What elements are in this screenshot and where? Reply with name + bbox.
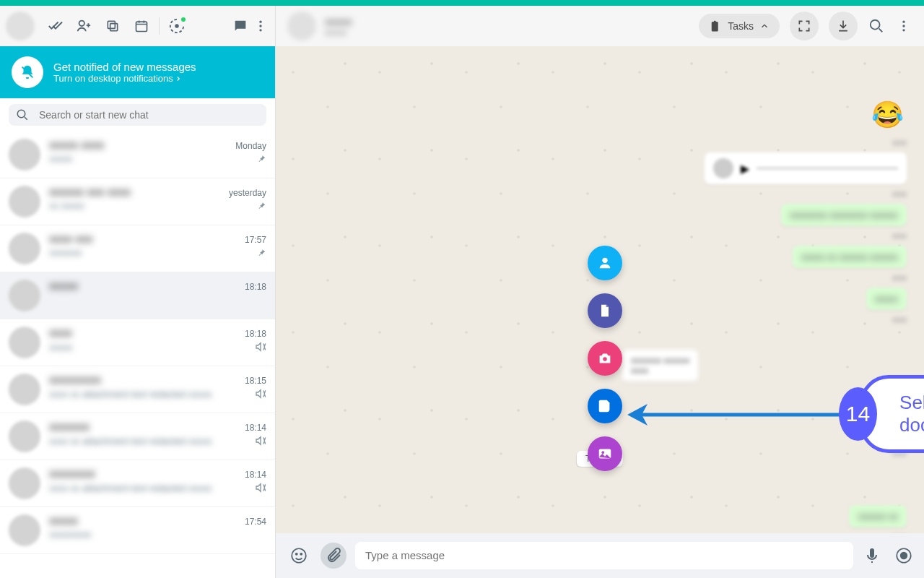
- avatar: [9, 280, 40, 311]
- chat-row[interactable]: xxxxx xxxxMondayxxxxx: [0, 131, 275, 178]
- attach-camera-button[interactable]: [588, 341, 622, 376]
- chat-preview: xxxx xx attachment text redacted xxxxx: [49, 389, 212, 400]
- chat-time: 18:14: [245, 423, 266, 433]
- svg-point-20: [300, 553, 302, 555]
- chat-row[interactable]: xxxxxx xxx xxxxyesterdayxx xxxxx: [0, 178, 275, 225]
- svg-point-14: [603, 357, 607, 361]
- avatar: [9, 233, 40, 264]
- svg-point-10: [902, 21, 905, 23]
- chat-mark-icon: [255, 388, 266, 400]
- chevron-up-icon: [759, 21, 770, 31]
- chat-name: xxxxx: [325, 15, 352, 27]
- avatar[interactable]: [6, 12, 35, 40]
- chat-preview: xx xxxxx: [49, 200, 84, 211]
- svg-rect-1: [110, 24, 118, 31]
- chat-row[interactable]: xxxxxxxxx18:15xxxx xx attachment text re…: [0, 366, 275, 413]
- checkmarks-icon[interactable]: [46, 17, 64, 35]
- tasks-label: Tasks: [728, 20, 754, 32]
- chat-time: 17:57: [245, 235, 266, 245]
- mic-icon[interactable]: [862, 545, 882, 566]
- avatar: [9, 467, 40, 499]
- step-number: 14: [839, 387, 877, 441]
- chat-name: xxxx xxx: [49, 233, 92, 246]
- messages: 😂 xxxx ▶ xxxx xxxxxxxx xxxxxxxx xxxxxx x…: [705, 97, 907, 533]
- left-header: [0, 6, 275, 46]
- svg-point-11: [902, 25, 905, 27]
- chat-row[interactable]: xxxx xxx17:57xxxxxxx: [0, 225, 275, 272]
- svg-point-9: [871, 20, 880, 30]
- add-user-icon[interactable]: [75, 17, 92, 35]
- search-box[interactable]: [9, 104, 266, 126]
- attach-gallery-button[interactable]: [588, 436, 622, 471]
- svg-point-16: [601, 451, 604, 454]
- message-out: xxxxxx xx: [849, 505, 907, 527]
- message-out: xxxxxxxx xxxxxxxx xxxxxx: [781, 204, 907, 226]
- menu-icon[interactable]: [252, 17, 269, 35]
- chat-list: xxxxx xxxxMondayxxxxxxxxxxx xxx xxxxyest…: [0, 131, 275, 578]
- quoted-message: xxxxxxx xxxxxxxxxx: [622, 350, 698, 381]
- chat-row[interactable]: xxxx18:18xxxxx: [0, 319, 275, 366]
- chat-mark-icon: [256, 248, 266, 258]
- attach-icon[interactable]: [321, 543, 346, 569]
- chat-preview: xxxx xx attachment text redacted xxxxx: [49, 436, 212, 447]
- chat-avatar[interactable]: [287, 12, 316, 40]
- chat-status: xxxxx: [325, 27, 352, 38]
- chat-menu-icon[interactable]: [895, 17, 912, 35]
- svg-point-12: [902, 29, 905, 31]
- calendar-icon[interactable]: [133, 17, 150, 35]
- tasks-button[interactable]: Tasks: [699, 14, 780, 38]
- avatar: [9, 186, 40, 217]
- message-out: xxxxx xx xxxxxx xxxxxx: [793, 246, 907, 268]
- chat-time: 17:54: [245, 517, 266, 527]
- attach-menu: [588, 246, 622, 471]
- chat-row[interactable]: xxxxxxx18:14xxxx xx attachment text reda…: [0, 413, 275, 460]
- left-panel: Get notified of new messages Turn on des…: [0, 6, 276, 578]
- chat-area: 😂 xxxx ▶ xxxx xxxxxxxx xxxxxxxx xxxxxx x…: [276, 46, 924, 533]
- message-input-wrap[interactable]: [355, 542, 853, 569]
- status-icon[interactable]: [168, 17, 186, 35]
- right-panel: xxxxx xxxxx Tasks: [276, 6, 924, 578]
- chat-preview: xxxx xx attachment text redacted xxxxx: [49, 483, 212, 493]
- chat-mark-icon: [256, 154, 266, 164]
- svg-point-19: [296, 553, 297, 555]
- record-icon[interactable]: [894, 545, 914, 566]
- bell-off-icon: [12, 56, 43, 88]
- chat-time: Monday: [235, 141, 266, 151]
- attach-document-button[interactable]: [588, 293, 622, 328]
- attach-sticker-button[interactable]: [588, 389, 622, 423]
- svg-point-4: [175, 24, 179, 28]
- notice-title: Get notified of new messages: [53, 61, 196, 73]
- notification-banner[interactable]: Get notified of new messages Turn on des…: [0, 46, 275, 98]
- brand-topbar: [0, 0, 924, 6]
- svg-point-13: [602, 258, 607, 263]
- message-input[interactable]: [365, 549, 843, 561]
- message-out: xxxxx: [866, 288, 907, 310]
- attach-contact-button[interactable]: [588, 246, 622, 280]
- chat-mark-icon: [255, 435, 266, 447]
- chat-time: 18:15: [245, 376, 266, 386]
- chat-mark-icon: [255, 482, 266, 493]
- notice-subtitle: Turn on desktop notifications: [53, 73, 196, 84]
- chat-preview: xxxxxxxxx: [49, 529, 92, 540]
- voice-message[interactable]: ▶: [705, 152, 907, 184]
- clipboard-icon: [709, 20, 722, 33]
- emoji-icon[interactable]: [286, 543, 312, 569]
- svg-point-8: [17, 110, 25, 118]
- chat-preview: xxxxxxx: [49, 247, 82, 258]
- svg-rect-2: [108, 21, 115, 28]
- chat-name: xxxxxxxxx: [49, 374, 101, 387]
- chat-name: xxxxxxxx: [49, 467, 95, 480]
- search-input[interactable]: [39, 109, 259, 121]
- copy-icon[interactable]: [104, 17, 121, 35]
- chat-mark-icon: [255, 341, 266, 353]
- chat-preview: xxxxx: [49, 342, 73, 353]
- download-icon[interactable]: [829, 12, 858, 40]
- chat-row[interactable]: xxxxx18:18: [0, 272, 275, 319]
- search-chat-icon[interactable]: [868, 17, 885, 35]
- new-chat-icon[interactable]: [232, 17, 249, 35]
- chat-name: xxxxx: [49, 514, 78, 527]
- chat-name: xxxx: [49, 327, 72, 340]
- chat-row[interactable]: xxxxx17:54xxxxxxxxx: [0, 507, 275, 554]
- expand-icon[interactable]: [790, 12, 819, 40]
- chat-row[interactable]: xxxxxxxx18:14xxxx xx attachment text red…: [0, 460, 275, 507]
